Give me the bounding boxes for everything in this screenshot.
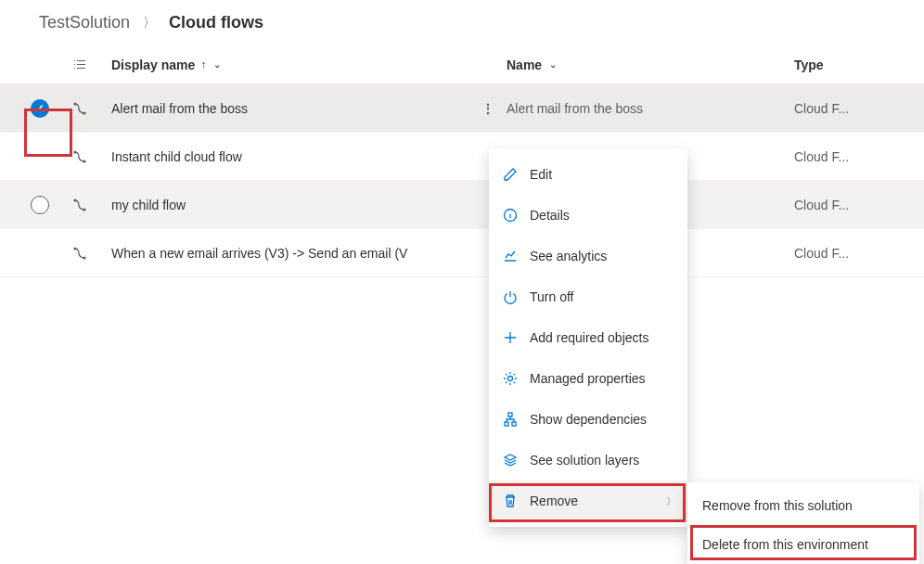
flows-table: Display name ↑ ⌄ Name ⌄ Type Alert mail … <box>0 45 924 277</box>
menu-label: Remove <box>530 494 578 508</box>
menu-label: Add required objects <box>530 330 648 345</box>
row-display-name: When a new email arrives (V3) -> Send an… <box>98 246 469 261</box>
breadcrumb-parent[interactable]: TestSolution <box>39 13 130 32</box>
submenu-label: Delete from this environment <box>702 537 868 552</box>
svg-point-7 <box>83 256 85 259</box>
table-row[interactable]: Alert mail from the boss ⋮ Alert mail fr… <box>0 84 924 133</box>
chevron-right-icon: 〉 <box>143 15 156 32</box>
svg-point-0 <box>73 102 76 105</box>
checkmark-icon <box>31 99 49 118</box>
more-actions-button[interactable]: ⋮ <box>469 102 507 115</box>
info-icon <box>502 208 519 223</box>
hierarchy-icon <box>502 412 519 427</box>
svg-point-9 <box>508 377 513 381</box>
breadcrumb-current: Cloud flows <box>169 13 263 32</box>
menu-edit[interactable]: Edit <box>489 154 687 195</box>
row-checkbox[interactable] <box>19 196 61 214</box>
flow-icon <box>61 101 98 116</box>
menu-turnoff[interactable]: Turn off <box>489 276 687 317</box>
svg-point-6 <box>73 247 76 250</box>
menu-label: See analytics <box>530 249 607 263</box>
plus-icon <box>502 330 519 345</box>
row-display-name: Alert mail from the boss <box>98 101 469 116</box>
row-display-name: Instant child cloud flow <box>98 149 469 164</box>
row-checkbox[interactable] <box>19 99 61 118</box>
gear-icon <box>502 371 519 386</box>
vertical-dots-icon: ⋮ <box>481 102 494 115</box>
menu-label: Details <box>530 208 570 223</box>
analytics-icon <box>502 249 519 263</box>
menu-label: See solution layers <box>530 453 639 468</box>
col-display-name-label: Display name <box>111 58 195 72</box>
table-row[interactable]: Instant child cloud flow Cloud F... <box>0 133 924 181</box>
menu-analytics[interactable]: See analytics <box>489 236 687 276</box>
svg-rect-10 <box>508 413 512 417</box>
menu-layers[interactable]: See solution layers <box>489 440 687 481</box>
menu-details[interactable]: Details <box>489 195 687 236</box>
row-name: Alert mail from the boss <box>507 101 794 116</box>
power-icon <box>502 289 519 304</box>
remove-submenu: Remove from this solution Delete from th… <box>687 482 919 564</box>
circle-icon <box>31 196 49 214</box>
list-view-icon[interactable] <box>61 58 98 72</box>
breadcrumb: TestSolution 〉 Cloud flows <box>0 0 924 45</box>
row-type: Cloud F... <box>794 198 905 212</box>
submenu-remove-solution[interactable]: Remove from this solution <box>687 486 919 525</box>
svg-rect-12 <box>512 422 516 426</box>
svg-point-4 <box>73 199 76 201</box>
menu-label: Turn off <box>530 289 573 304</box>
menu-add-required[interactable]: Add required objects <box>489 317 687 358</box>
chevron-down-icon: ⌄ <box>549 59 557 70</box>
flow-icon <box>61 198 98 212</box>
menu-dependencies[interactable]: Show dependencies <box>489 399 687 440</box>
menu-remove[interactable]: Remove 〉 <box>489 481 687 521</box>
col-name-label: Name <box>507 58 542 72</box>
col-name[interactable]: Name ⌄ <box>507 58 794 72</box>
table-row[interactable]: When a new email arrives (V3) -> Send an… <box>0 229 924 277</box>
col-type[interactable]: Type <box>794 58 905 72</box>
menu-label: Edit <box>530 167 552 182</box>
svg-point-1 <box>83 111 85 114</box>
svg-point-2 <box>73 150 76 153</box>
submenu-delete-env[interactable]: Delete from this environment <box>687 525 919 564</box>
context-menu: Edit Details See analytics Turn off Add … <box>489 148 687 527</box>
svg-point-5 <box>83 208 85 211</box>
table-row[interactable]: my child flow Cloud F... <box>0 181 924 229</box>
table-header: Display name ↑ ⌄ Name ⌄ Type <box>0 45 924 84</box>
row-type: Cloud F... <box>794 246 905 261</box>
svg-rect-11 <box>505 422 508 426</box>
row-type: Cloud F... <box>794 101 905 116</box>
trash-icon <box>502 494 519 508</box>
row-display-name: my child flow <box>98 198 469 212</box>
menu-managed[interactable]: Managed properties <box>489 358 687 399</box>
submenu-label: Remove from this solution <box>702 498 853 513</box>
menu-label: Managed properties <box>530 371 646 386</box>
chevron-right-icon: 〉 <box>666 494 676 508</box>
pencil-icon <box>502 167 519 182</box>
col-type-label: Type <box>794 58 824 72</box>
svg-point-3 <box>83 160 85 162</box>
chevron-down-icon: ⌄ <box>213 59 221 70</box>
row-type: Cloud F... <box>794 149 905 164</box>
sort-up-icon: ↑ <box>200 58 206 71</box>
layers-icon <box>502 453 519 468</box>
menu-label: Show dependencies <box>530 412 647 427</box>
flow-icon <box>61 246 98 261</box>
flow-icon <box>61 149 98 164</box>
col-display-name[interactable]: Display name ↑ ⌄ <box>98 58 469 72</box>
